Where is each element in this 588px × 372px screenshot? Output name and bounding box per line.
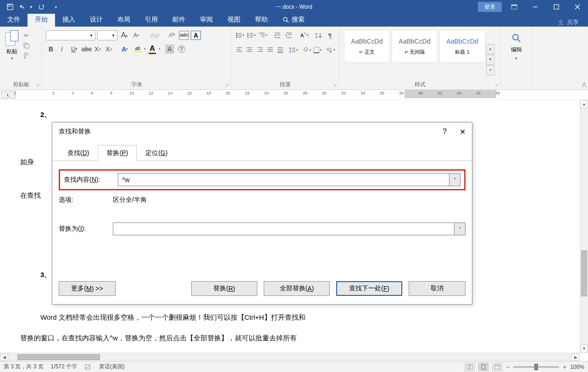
font-color-button[interactable]: A: [147, 44, 158, 54]
undo-icon[interactable]: [18, 2, 28, 11]
cut-icon[interactable]: ✂: [22, 31, 30, 39]
tab-references[interactable]: 引用: [138, 13, 165, 27]
paste-button[interactable]: 粘贴 ▼: [4, 28, 20, 89]
styles-expand-icon[interactable]: ▾: [486, 65, 494, 75]
status-language[interactable]: 英语(美国): [99, 363, 125, 371]
style-nospace[interactable]: AaBbCcDd ↵ 无间隔: [392, 30, 438, 62]
replace-all-button[interactable]: 全部替换(A): [264, 281, 330, 296]
style-normal[interactable]: AaBbCcDd ↵ 正文: [344, 30, 390, 62]
align-left-button[interactable]: [235, 45, 244, 55]
bold-button[interactable]: B: [46, 44, 56, 54]
tab-mailings[interactable]: 邮件: [165, 13, 193, 27]
dialog-help-icon[interactable]: ?: [443, 128, 447, 136]
multilevel-list-button[interactable]: ▾: [258, 30, 268, 40]
phonetic-guide-button[interactable]: wén: [179, 31, 189, 40]
status-page[interactable]: 第 3 页，共 3 页: [4, 363, 44, 371]
zoom-slider[interactable]: [513, 366, 559, 368]
minimize-icon[interactable]: [525, 0, 546, 14]
scroll-down-icon[interactable]: ▼: [580, 344, 588, 353]
align-justify-button[interactable]: [266, 45, 275, 55]
tab-review[interactable]: 审阅: [193, 13, 220, 27]
styles-scroll-down-icon[interactable]: ▼: [486, 55, 494, 65]
text-effects-button[interactable]: A▾: [118, 44, 131, 54]
zoom-in-icon[interactable]: +: [563, 363, 566, 371]
dialog-tab-replace[interactable]: 替换(P): [98, 145, 137, 161]
align-center-button[interactable]: [245, 45, 254, 55]
numbering-button[interactable]: 123▾: [246, 30, 257, 40]
borders-button[interactable]: ▾: [313, 45, 322, 55]
horizontal-ruler[interactable]: 2246810121416182022242628303234363840424…: [17, 90, 588, 100]
collapse-ribbon-icon[interactable]: ⋀: [582, 82, 586, 88]
strikethrough-button[interactable]: abc: [82, 44, 92, 54]
tab-home[interactable]: 开始: [28, 13, 55, 27]
scroll-right-icon[interactable]: ▶: [571, 353, 580, 361]
share-button[interactable]: 共享: [567, 18, 579, 27]
sort-button[interactable]: AZ: [314, 30, 324, 40]
char-shading-button[interactable]: A: [165, 44, 174, 54]
paragraph-expand-icon[interactable]: ⤢: [333, 83, 337, 88]
replace-button[interactable]: 替换(R): [191, 281, 257, 296]
increase-indent-button[interactable]: [284, 30, 294, 40]
status-words[interactable]: 1/572 个字: [51, 363, 77, 371]
decrease-indent-button[interactable]: [272, 30, 283, 40]
italic-button[interactable]: I: [57, 44, 67, 54]
shading-button[interactable]: ▾: [302, 45, 311, 55]
replace-input[interactable]: [113, 222, 455, 235]
font-expand-icon[interactable]: ⤢: [225, 83, 229, 88]
char-border-button[interactable]: A: [191, 31, 201, 40]
horizontal-scrollbar[interactable]: ◀ ▶: [0, 353, 580, 361]
show-marks-button[interactable]: ¶: [325, 30, 335, 40]
save-icon[interactable]: [6, 2, 15, 11]
login-button[interactable]: 登录: [478, 2, 502, 12]
subscript-button[interactable]: X2: [93, 44, 103, 54]
redo-icon[interactable]: [37, 2, 46, 11]
qat-customize-icon[interactable]: ▾: [55, 5, 57, 9]
enclose-char-button[interactable]: 字: [175, 44, 188, 54]
replace-dropdown-icon[interactable]: ˅: [455, 222, 466, 235]
font-size-combo[interactable]: ▼: [97, 30, 117, 40]
hscroll-thumb[interactable]: [17, 354, 100, 360]
tab-insert[interactable]: 插入: [55, 13, 83, 27]
zoom-level[interactable]: 100%: [570, 364, 584, 370]
find-next-button[interactable]: 查找下一处(F): [336, 281, 402, 296]
find-input[interactable]: [118, 173, 449, 186]
superscript-button[interactable]: X2: [104, 44, 114, 54]
cancel-button[interactable]: 取消: [409, 281, 466, 296]
styles-expand-dialog-icon[interactable]: ⤢: [495, 83, 499, 88]
close-icon[interactable]: [567, 0, 588, 14]
vscroll-thumb[interactable]: [581, 250, 587, 296]
zoom-thumb[interactable]: [534, 364, 538, 370]
view-print-icon[interactable]: [478, 363, 488, 371]
grow-font-button[interactable]: A▴: [119, 30, 129, 40]
ribbon-display-options-icon[interactable]: [504, 0, 525, 14]
align-right-button[interactable]: [255, 45, 264, 55]
style-heading1[interactable]: AaBbCcDd 标题 1: [439, 30, 485, 62]
snap-to-grid-button[interactable]: 公▾: [326, 45, 335, 55]
dialog-tab-find[interactable]: 查找(D): [59, 145, 98, 161]
find-dropdown-icon[interactable]: ˅: [449, 173, 460, 186]
line-spacing-button[interactable]: ▾: [289, 45, 298, 55]
maximize-icon[interactable]: [546, 0, 567, 14]
copy-icon[interactable]: [22, 41, 30, 50]
tab-help[interactable]: 帮助: [248, 13, 275, 27]
align-distribute-button[interactable]: [276, 45, 285, 55]
tab-view[interactable]: 视图: [220, 13, 248, 27]
highlight-button[interactable]: ab: [132, 46, 143, 52]
tab-file[interactable]: 文件: [0, 13, 28, 27]
vertical-scrollbar[interactable]: ▲ ▼: [580, 100, 588, 353]
change-case-button[interactable]: Aa▾: [149, 30, 161, 40]
scroll-left-icon[interactable]: ◀: [0, 353, 8, 361]
editing-button[interactable]: 编辑 ▼: [505, 28, 528, 61]
spellcheck-icon[interactable]: [84, 363, 92, 371]
dialog-close-icon[interactable]: ✕: [460, 128, 466, 136]
font-name-combo[interactable]: ▼: [46, 30, 95, 40]
asian-layout-button[interactable]: A▾: [299, 30, 309, 40]
view-web-icon[interactable]: [492, 363, 502, 371]
tab-design[interactable]: 设计: [83, 13, 110, 27]
underline-button[interactable]: U▾: [68, 44, 81, 54]
zoom-out-icon[interactable]: −: [506, 363, 510, 371]
undo-dropdown-icon[interactable]: ▼: [29, 5, 33, 9]
scroll-up-icon[interactable]: ▲: [580, 100, 588, 108]
view-read-icon[interactable]: [465, 363, 475, 371]
format-painter-icon[interactable]: [22, 51, 30, 60]
